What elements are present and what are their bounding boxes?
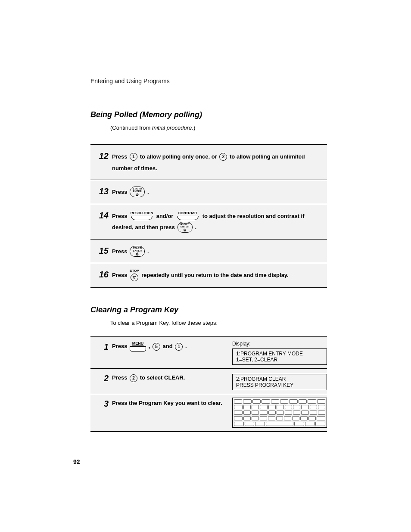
text: . (195, 224, 196, 230)
step-number: 1 (90, 341, 112, 365)
text: Press (112, 343, 129, 349)
menu-key-icon: MENU (130, 342, 146, 352)
section-clearing: Clearing a Program Key To clear a Progra… (90, 305, 327, 432)
display-line1: 2:PROGRAM CLEAR (236, 376, 323, 382)
continued-pre: (Continued from (110, 124, 152, 131)
section-title-clearing: Clearing a Program Key (90, 305, 327, 314)
text: . (147, 189, 149, 195)
section-intro: To clear a Program Key, follow these ste… (110, 320, 327, 326)
step-body: Press START/ ENTER ⏻ . (112, 246, 327, 257)
stop-circle-icon: ▽ (131, 274, 138, 281)
stop-key-icon: STOP ▽ (130, 269, 139, 281)
key-bar (177, 216, 199, 220)
start-enter-key-icon: START/ ENTER ⏻ (130, 246, 145, 257)
power-glyph-icon: ⏻ (136, 193, 139, 196)
step-body: Press START/ ENTER ⏻ . (112, 186, 327, 198)
step-number: 16 (90, 269, 112, 279)
step-13: 13 Press START/ ENTER ⏻ . (90, 180, 327, 204)
text: Press (112, 153, 129, 160)
start-enter-key-icon: START/ ENTER ⏻ (130, 187, 145, 197)
menu-bar (130, 346, 146, 352)
text: , (149, 343, 152, 349)
step-16: 16 Press STOP ▽ repeatedly until you ret… (90, 263, 327, 288)
text: repeatedly until you return to the date … (141, 272, 288, 278)
continued-post: .) (192, 124, 195, 131)
step-1: 1 Press MENU , 5 and 1 . Display: (90, 337, 327, 369)
menu-label: MENU (132, 342, 144, 345)
display-box: 2:PROGRAM CLEAR PRESS PROGRAM KEY (232, 374, 327, 390)
text: to allow polling only once, or (140, 153, 219, 160)
text: and/or (156, 212, 175, 219)
step-12: 12 Press 1 to allow polling only once, o… (90, 145, 327, 180)
power-glyph-icon: ⏻ (184, 228, 187, 231)
display-label: Display: (232, 341, 327, 347)
text: to select CLEAR. (140, 374, 185, 381)
key-label: RESOLUTION (131, 212, 153, 215)
text: Press the Program Key you want to clear. (112, 400, 222, 406)
step-2: 2 Press 2 to select CLEAR. 2:PROGRAM CLE… (90, 369, 327, 394)
page-number: 92 (73, 458, 80, 465)
step-14: 14 Press RESOLUTION and/or CONTRAST to a… (90, 204, 327, 240)
power-glyph-icon: ⏻ (136, 252, 139, 255)
display-column (232, 398, 327, 428)
key-1-icon: 1 (175, 343, 183, 351)
display-box: 1:PROGRAM ENTRY MODE 1=SET, 2=CLEAR (232, 348, 327, 365)
continued-note: (Continued from Initial procedure.) (110, 124, 327, 131)
resolution-key-icon: RESOLUTION (130, 212, 154, 220)
step-number: 12 (90, 151, 112, 160)
steps-block-1: 12 Press 1 to allow polling only once, o… (90, 144, 327, 288)
step-body: Press the Program Key you want to clear. (112, 398, 232, 428)
text: Press (112, 374, 129, 381)
step-body: Press RESOLUTION and/or CONTRAST to adju… (112, 210, 327, 233)
section-title-polling: Being Polled (Memory polling) (90, 110, 327, 119)
text: Press (112, 212, 129, 219)
display-line2: PRESS PROGRAM KEY (236, 382, 323, 388)
step-number: 15 (90, 246, 112, 255)
text: Press (112, 248, 129, 254)
running-header: Entering and Using Programs (90, 78, 327, 84)
continued-ital: Initial procedure (152, 124, 192, 131)
step-3: 3 Press the Program Key you want to clea… (90, 394, 327, 432)
display-line2: 1=SET, 2=CLEAR (236, 357, 323, 363)
display-column: Display: 1:PROGRAM ENTRY MODE 1=SET, 2=C… (232, 341, 327, 365)
step-body: Press MENU , 5 and 1 . (112, 341, 232, 365)
contrast-key-icon: CONTRAST (176, 212, 200, 220)
step-body: Press STOP ▽ repeatedly until you return… (112, 269, 327, 281)
keyboard-illustration-icon (232, 398, 327, 428)
text: . (147, 248, 149, 254)
key-2-icon: 2 (219, 153, 227, 161)
key-bar (131, 216, 153, 220)
display-line1: 1:PROGRAM ENTRY MODE (236, 351, 323, 357)
display-column: 2:PROGRAM CLEAR PRESS PROGRAM KEY (232, 372, 327, 390)
key-2-icon: 2 (130, 374, 137, 382)
step-number: 14 (90, 210, 112, 220)
step-15: 15 Press START/ ENTER ⏻ . (90, 240, 327, 264)
step-number: 2 (90, 372, 112, 390)
step-body: Press 2 to select CLEAR. (112, 372, 232, 390)
step-body: Press 1 to allow polling only once, or 2… (112, 151, 327, 174)
oval-line2: ENTER (133, 249, 141, 252)
start-enter-key-icon: START/ ENTER ⏻ (177, 222, 193, 233)
stop-label: STOP (130, 269, 139, 273)
text: and (163, 343, 174, 349)
key-1-icon: 1 (130, 153, 137, 161)
oval-line2: ENTER (181, 225, 189, 228)
step-number: 3 (90, 398, 112, 428)
oval-line2: ENTER (133, 190, 141, 193)
key-label: CONTRAST (178, 212, 197, 215)
text: . (185, 343, 187, 349)
text: Press (112, 272, 129, 278)
step-number: 13 (90, 186, 112, 196)
steps-block-2: 1 Press MENU , 5 and 1 . Display: (90, 336, 327, 432)
page: Entering and Using Programs Being Polled… (0, 0, 411, 532)
key-5-icon: 5 (153, 343, 160, 351)
text: Press (112, 189, 129, 195)
